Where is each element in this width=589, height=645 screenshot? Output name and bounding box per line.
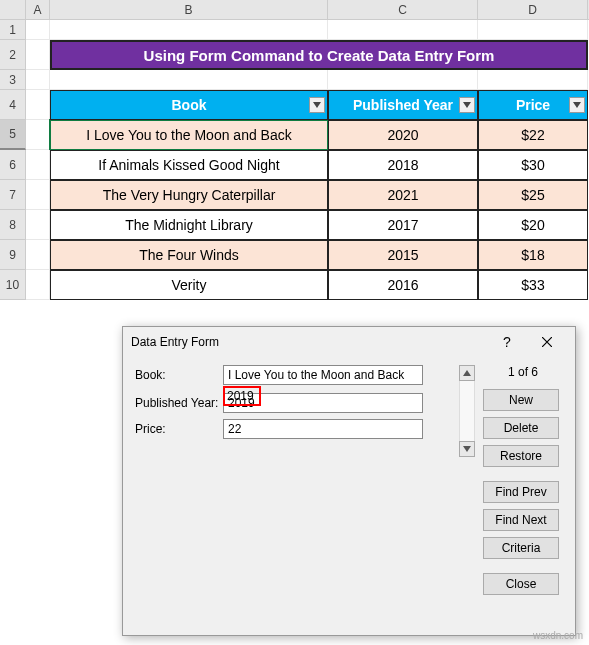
cell-price-4[interactable]: $20 (478, 210, 588, 240)
close-button[interactable]: Close (483, 573, 559, 595)
cell-year-6[interactable]: 2016 (328, 270, 478, 300)
dialog-buttons: 1 of 6 New Delete Restore Find Prev Find… (483, 365, 563, 601)
record-counter: 1 of 6 (483, 365, 563, 379)
cell-A2[interactable] (26, 40, 50, 70)
row-header-6[interactable]: 6 (0, 150, 26, 180)
cell-price-3[interactable]: $25 (478, 180, 588, 210)
input-book[interactable] (223, 365, 423, 385)
row-header-9[interactable]: 9 (0, 240, 26, 270)
cell-book-3[interactable]: The Very Hungry Caterpillar (50, 180, 328, 210)
year-highlight: 2019 (224, 387, 260, 405)
row-header-3[interactable]: 3 (0, 70, 26, 90)
cell-year-3[interactable]: 2021 (328, 180, 478, 210)
cell-A1[interactable] (26, 20, 50, 40)
cell-year-5[interactable]: 2015 (328, 240, 478, 270)
select-all-corner[interactable] (0, 0, 26, 19)
close-icon[interactable] (527, 328, 567, 356)
col-header-A[interactable]: A (26, 0, 50, 19)
cell-price-5[interactable]: $18 (478, 240, 588, 270)
table-header-year[interactable]: Published Year (328, 90, 478, 120)
cell-A9[interactable] (26, 240, 50, 270)
cell-A7[interactable] (26, 180, 50, 210)
form-fields: Book: Published Year: 2019 Price: (135, 365, 453, 601)
find-prev-button[interactable]: Find Prev (483, 481, 559, 503)
cell-book-1[interactable]: I Love You to the Moon and Back (50, 120, 328, 150)
row-header-4[interactable]: 4 (0, 90, 26, 120)
col-header-C[interactable]: C (328, 0, 478, 19)
row-header-2[interactable]: 2 (0, 40, 26, 70)
find-next-button[interactable]: Find Next (483, 509, 559, 531)
cell-year-2[interactable]: 2018 (328, 150, 478, 180)
watermark: wsxdn.com (533, 630, 583, 641)
row-header-1[interactable]: 1 (0, 20, 26, 40)
cell-D1[interactable] (478, 20, 588, 40)
cell-A10[interactable] (26, 270, 50, 300)
data-entry-form-dialog: Data Entry Form ? Book: Published Year: … (122, 326, 576, 636)
label-book: Book: (135, 368, 223, 382)
criteria-button[interactable]: Criteria (483, 537, 559, 559)
label-price: Price: (135, 422, 223, 436)
cell-book-2[interactable]: If Animals Kissed Good Night (50, 150, 328, 180)
scroll-down-icon[interactable] (459, 441, 475, 457)
filter-icon[interactable] (569, 97, 585, 113)
dialog-title: Data Entry Form (131, 335, 487, 349)
scroll-up-icon[interactable] (459, 365, 475, 381)
cell-price-6[interactable]: $33 (478, 270, 588, 300)
header-label: Published Year (353, 97, 453, 113)
cell-A4[interactable] (26, 90, 50, 120)
table-header-price[interactable]: Price (478, 90, 588, 120)
help-button[interactable]: ? (487, 328, 527, 356)
cell-D3[interactable] (478, 70, 588, 90)
row-header-5[interactable]: 5 (0, 120, 26, 150)
col-header-B[interactable]: B (50, 0, 328, 19)
dialog-titlebar[interactable]: Data Entry Form ? (123, 327, 575, 357)
record-scrollbar[interactable] (459, 365, 477, 601)
title-banner[interactable]: Using Form Command to Create Data Entry … (50, 40, 588, 70)
row-header-7[interactable]: 7 (0, 180, 26, 210)
cell-C1[interactable] (328, 20, 478, 40)
input-price[interactable] (223, 419, 423, 439)
col-header-D[interactable]: D (478, 0, 588, 19)
column-header-row: A B C D (0, 0, 589, 20)
row-header-8[interactable]: 8 (0, 210, 26, 240)
cell-book-6[interactable]: Verity (50, 270, 328, 300)
cell-C3[interactable] (328, 70, 478, 90)
cell-A5[interactable] (26, 120, 50, 150)
filter-icon[interactable] (459, 97, 475, 113)
filter-icon[interactable] (309, 97, 325, 113)
cell-A8[interactable] (26, 210, 50, 240)
scroll-track[interactable] (459, 381, 475, 441)
cell-price-1[interactable]: $22 (478, 120, 588, 150)
delete-button[interactable]: Delete (483, 417, 559, 439)
header-label: Book (172, 97, 207, 113)
cell-book-4[interactable]: The Midnight Library (50, 210, 328, 240)
header-label: Price (516, 97, 550, 113)
cell-B3[interactable] (50, 70, 328, 90)
new-button[interactable]: New (483, 389, 559, 411)
cell-book-5[interactable]: The Four Winds (50, 240, 328, 270)
spreadsheet-grid: A B C D 1 2 Using Form Command to Create… (0, 0, 589, 300)
cell-year-1[interactable]: 2020 (328, 120, 478, 150)
restore-button[interactable]: Restore (483, 445, 559, 467)
table-header-book[interactable]: Book (50, 90, 328, 120)
row-header-10[interactable]: 10 (0, 270, 26, 300)
cell-A6[interactable] (26, 150, 50, 180)
cell-year-4[interactable]: 2017 (328, 210, 478, 240)
label-year: Published Year: (135, 396, 223, 410)
cell-price-2[interactable]: $30 (478, 150, 588, 180)
cell-A3[interactable] (26, 70, 50, 90)
cell-B1[interactable] (50, 20, 328, 40)
